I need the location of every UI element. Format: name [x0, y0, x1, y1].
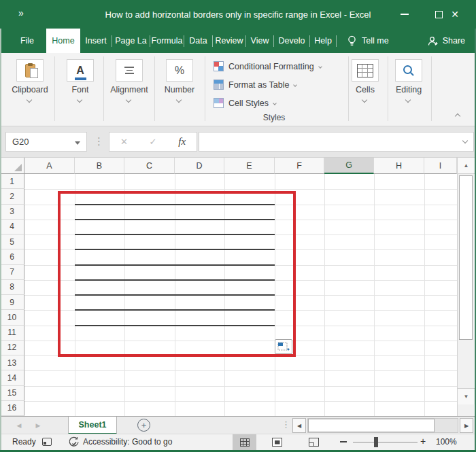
macro-record-icon[interactable]: [42, 438, 52, 446]
sheet-tab-sheet1[interactable]: Sheet1: [68, 417, 117, 434]
scroll-right-icon[interactable]: ▶: [460, 418, 473, 433]
row-header-12[interactable]: 12: [0, 341, 24, 355]
row-header-8[interactable]: 8: [0, 280, 24, 295]
row-header-7[interactable]: 7: [0, 265, 24, 280]
zoom-in-button[interactable]: +: [420, 436, 426, 447]
horizontal-scrollbar-thumb[interactable]: [308, 419, 435, 432]
select-all-corner[interactable]: [0, 158, 24, 174]
drawn-horizontal-border: [75, 325, 275, 326]
drawn-horizontal-border: [75, 309, 275, 311]
row-header-10[interactable]: 10: [0, 310, 24, 325]
zoom-slider[interactable]: [353, 442, 418, 442]
next-sheet-icon[interactable]: ▶: [30, 417, 46, 434]
vertical-scrollbar[interactable]: ▲ ▼: [457, 158, 474, 416]
column-header-H[interactable]: H: [374, 158, 424, 174]
scroll-down-icon[interactable]: ▼: [458, 388, 475, 404]
column-header-A[interactable]: A: [24, 158, 75, 174]
column-header-E[interactable]: E: [224, 158, 275, 174]
accessibility-checker-icon[interactable]: [68, 436, 80, 450]
gridline: [24, 355, 457, 356]
column-header-I[interactable]: I: [424, 158, 457, 174]
previous-sheet-icon[interactable]: ◀: [11, 417, 27, 434]
scroll-left-icon[interactable]: ◀: [292, 418, 306, 433]
normal-view-button[interactable]: [233, 434, 256, 450]
row-header-11[interactable]: 11: [0, 326, 24, 341]
zoom-level[interactable]: 100%: [436, 437, 457, 447]
drawn-horizontal-border: [75, 219, 275, 220]
gridline: [24, 401, 457, 402]
tab-scrollbar-splitter[interactable]: ⋮: [282, 419, 290, 430]
drawn-horizontal-border: [75, 294, 275, 296]
drawn-horizontal-border: [75, 234, 275, 235]
row-header-2[interactable]: 2: [0, 189, 24, 204]
drawn-horizontal-border: [75, 264, 275, 266]
sheet-tab-bar: ◀ ▶ Sheet1 + ⋮ ◀ ▶: [0, 416, 476, 434]
worksheet-grid[interactable]: ABCDEFGHI12345678910111213141516: [0, 0, 476, 452]
vertical-scrollbar-thumb[interactable]: [459, 175, 473, 340]
border-format-icon: [277, 342, 290, 352]
scroll-up-icon[interactable]: ▲: [458, 158, 475, 174]
row-header-3[interactable]: 3: [0, 205, 24, 220]
gridline: [24, 370, 457, 371]
row-header-15[interactable]: 15: [0, 386, 24, 401]
column-header-F[interactable]: F: [275, 158, 324, 174]
row-header-13[interactable]: 13: [0, 355, 24, 370]
status-bar: Ready Accessibility: Good to go + 100%: [0, 434, 476, 450]
accessibility-status[interactable]: Accessibility: Good to go: [83, 437, 172, 447]
drawn-horizontal-border: [75, 249, 275, 250]
row-header-4[interactable]: 4: [0, 220, 24, 234]
drawn-horizontal-border: [75, 204, 275, 205]
normal-view-icon: [240, 438, 250, 447]
new-sheet-button[interactable]: +: [137, 419, 150, 432]
row-header-14[interactable]: 14: [0, 370, 24, 385]
page-layout-icon: [272, 438, 282, 447]
column-header-B[interactable]: B: [75, 158, 124, 174]
column-header-C[interactable]: C: [124, 158, 175, 174]
excel-window: » How to add horizontal borders only in …: [0, 0, 476, 452]
row-header-9[interactable]: 9: [0, 295, 24, 310]
zoom-slider-thumb[interactable]: [374, 437, 378, 447]
gridline: [24, 189, 457, 190]
column-header-G[interactable]: G: [324, 158, 374, 174]
column-header-D[interactable]: D: [175, 158, 224, 174]
page-break-view-button[interactable]: [302, 434, 326, 450]
zoom-out-button[interactable]: [340, 441, 347, 442]
page-break-icon: [309, 438, 319, 447]
horizontal-scrollbar[interactable]: [307, 418, 458, 433]
format-options-smart-tag[interactable]: [275, 339, 292, 354]
row-header-5[interactable]: 5: [0, 234, 24, 249]
drawn-horizontal-border: [75, 279, 275, 281]
row-header-1[interactable]: 1: [0, 174, 24, 189]
status-mode: Ready: [12, 437, 36, 447]
gridline: [24, 341, 457, 341]
row-header-16[interactable]: 16: [0, 401, 24, 416]
window-edge: [0, 29, 1, 452]
page-layout-view-button[interactable]: [265, 434, 289, 450]
row-header-6[interactable]: 6: [0, 249, 24, 264]
gridline: [24, 386, 457, 387]
